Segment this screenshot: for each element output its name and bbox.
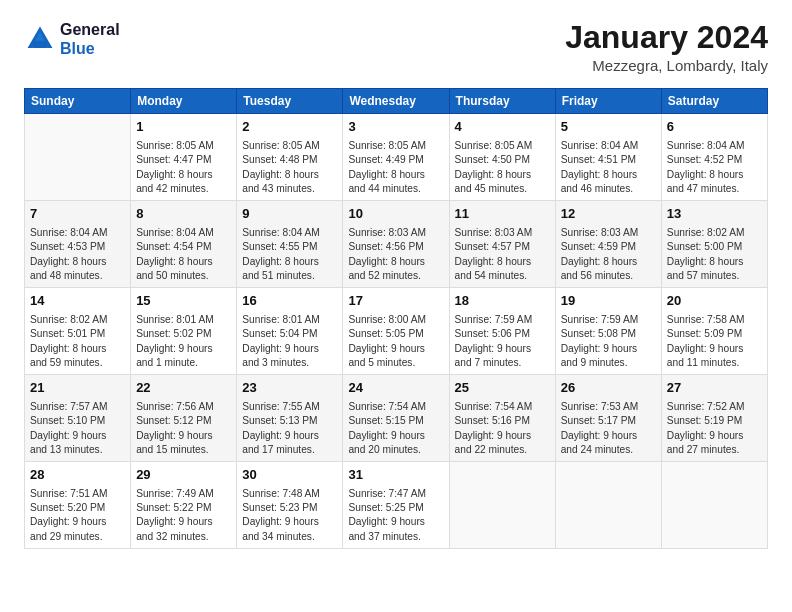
day-info: Sunrise: 8:02 AM Sunset: 5:00 PM Dayligh…	[667, 226, 762, 283]
day-info: Sunrise: 8:05 AM Sunset: 4:49 PM Dayligh…	[348, 139, 443, 196]
day-info: Sunrise: 8:04 AM Sunset: 4:51 PM Dayligh…	[561, 139, 656, 196]
table-row: 23Sunrise: 7:55 AM Sunset: 5:13 PM Dayli…	[237, 375, 343, 462]
table-row: 3Sunrise: 8:05 AM Sunset: 4:49 PM Daylig…	[343, 114, 449, 201]
table-row: 18Sunrise: 7:59 AM Sunset: 5:06 PM Dayli…	[449, 288, 555, 375]
day-number: 23	[242, 379, 337, 398]
day-number: 14	[30, 292, 125, 311]
day-number: 5	[561, 118, 656, 137]
day-number: 8	[136, 205, 231, 224]
header: General Blue January 2024 Mezzegra, Lomb…	[24, 20, 768, 74]
header-wednesday: Wednesday	[343, 89, 449, 114]
day-number: 19	[561, 292, 656, 311]
day-info: Sunrise: 8:02 AM Sunset: 5:01 PM Dayligh…	[30, 313, 125, 370]
day-info: Sunrise: 8:01 AM Sunset: 5:02 PM Dayligh…	[136, 313, 231, 370]
table-row	[555, 462, 661, 549]
table-row: 4Sunrise: 8:05 AM Sunset: 4:50 PM Daylig…	[449, 114, 555, 201]
svg-rect-2	[33, 41, 47, 48]
table-row: 7Sunrise: 8:04 AM Sunset: 4:53 PM Daylig…	[25, 201, 131, 288]
calendar-week-row: 21Sunrise: 7:57 AM Sunset: 5:10 PM Dayli…	[25, 375, 768, 462]
table-row: 29Sunrise: 7:49 AM Sunset: 5:22 PM Dayli…	[131, 462, 237, 549]
location: Mezzegra, Lombardy, Italy	[565, 57, 768, 74]
page: General Blue January 2024 Mezzegra, Lomb…	[0, 0, 792, 565]
table-row: 1Sunrise: 8:05 AM Sunset: 4:47 PM Daylig…	[131, 114, 237, 201]
header-tuesday: Tuesday	[237, 89, 343, 114]
month-title: January 2024	[565, 20, 768, 55]
table-row: 27Sunrise: 7:52 AM Sunset: 5:19 PM Dayli…	[661, 375, 767, 462]
day-info: Sunrise: 7:54 AM Sunset: 5:16 PM Dayligh…	[455, 400, 550, 457]
day-number: 17	[348, 292, 443, 311]
day-info: Sunrise: 7:53 AM Sunset: 5:17 PM Dayligh…	[561, 400, 656, 457]
day-number: 2	[242, 118, 337, 137]
day-info: Sunrise: 7:47 AM Sunset: 5:25 PM Dayligh…	[348, 487, 443, 544]
day-number: 16	[242, 292, 337, 311]
day-info: Sunrise: 8:03 AM Sunset: 4:56 PM Dayligh…	[348, 226, 443, 283]
table-row: 10Sunrise: 8:03 AM Sunset: 4:56 PM Dayli…	[343, 201, 449, 288]
day-info: Sunrise: 7:54 AM Sunset: 5:15 PM Dayligh…	[348, 400, 443, 457]
day-info: Sunrise: 8:04 AM Sunset: 4:54 PM Dayligh…	[136, 226, 231, 283]
day-info: Sunrise: 8:00 AM Sunset: 5:05 PM Dayligh…	[348, 313, 443, 370]
calendar-header-row: Sunday Monday Tuesday Wednesday Thursday…	[25, 89, 768, 114]
header-friday: Friday	[555, 89, 661, 114]
day-number: 20	[667, 292, 762, 311]
day-info: Sunrise: 8:03 AM Sunset: 4:59 PM Dayligh…	[561, 226, 656, 283]
calendar-week-row: 14Sunrise: 8:02 AM Sunset: 5:01 PM Dayli…	[25, 288, 768, 375]
day-number: 7	[30, 205, 125, 224]
table-row: 24Sunrise: 7:54 AM Sunset: 5:15 PM Dayli…	[343, 375, 449, 462]
day-number: 10	[348, 205, 443, 224]
day-number: 15	[136, 292, 231, 311]
logo-text: General Blue	[60, 20, 120, 58]
day-number: 18	[455, 292, 550, 311]
table-row: 21Sunrise: 7:57 AM Sunset: 5:10 PM Dayli…	[25, 375, 131, 462]
table-row: 28Sunrise: 7:51 AM Sunset: 5:20 PM Dayli…	[25, 462, 131, 549]
day-number: 4	[455, 118, 550, 137]
logo-icon	[24, 23, 56, 55]
table-row: 2Sunrise: 8:05 AM Sunset: 4:48 PM Daylig…	[237, 114, 343, 201]
day-number: 12	[561, 205, 656, 224]
day-number: 31	[348, 466, 443, 485]
day-info: Sunrise: 8:04 AM Sunset: 4:53 PM Dayligh…	[30, 226, 125, 283]
day-number: 28	[30, 466, 125, 485]
calendar-week-row: 7Sunrise: 8:04 AM Sunset: 4:53 PM Daylig…	[25, 201, 768, 288]
day-number: 13	[667, 205, 762, 224]
day-number: 6	[667, 118, 762, 137]
table-row: 30Sunrise: 7:48 AM Sunset: 5:23 PM Dayli…	[237, 462, 343, 549]
day-info: Sunrise: 7:59 AM Sunset: 5:08 PM Dayligh…	[561, 313, 656, 370]
table-row: 26Sunrise: 7:53 AM Sunset: 5:17 PM Dayli…	[555, 375, 661, 462]
table-row: 22Sunrise: 7:56 AM Sunset: 5:12 PM Dayli…	[131, 375, 237, 462]
day-info: Sunrise: 8:04 AM Sunset: 4:52 PM Dayligh…	[667, 139, 762, 196]
table-row: 31Sunrise: 7:47 AM Sunset: 5:25 PM Dayli…	[343, 462, 449, 549]
header-monday: Monday	[131, 89, 237, 114]
day-info: Sunrise: 8:03 AM Sunset: 4:57 PM Dayligh…	[455, 226, 550, 283]
day-info: Sunrise: 8:01 AM Sunset: 5:04 PM Dayligh…	[242, 313, 337, 370]
logo: General Blue	[24, 20, 120, 58]
title-block: January 2024 Mezzegra, Lombardy, Italy	[565, 20, 768, 74]
day-info: Sunrise: 7:55 AM Sunset: 5:13 PM Dayligh…	[242, 400, 337, 457]
day-info: Sunrise: 7:58 AM Sunset: 5:09 PM Dayligh…	[667, 313, 762, 370]
day-info: Sunrise: 8:04 AM Sunset: 4:55 PM Dayligh…	[242, 226, 337, 283]
day-number: 11	[455, 205, 550, 224]
calendar-week-row: 1Sunrise: 8:05 AM Sunset: 4:47 PM Daylig…	[25, 114, 768, 201]
table-row: 5Sunrise: 8:04 AM Sunset: 4:51 PM Daylig…	[555, 114, 661, 201]
day-number: 27	[667, 379, 762, 398]
table-row: 17Sunrise: 8:00 AM Sunset: 5:05 PM Dayli…	[343, 288, 449, 375]
day-number: 1	[136, 118, 231, 137]
day-info: Sunrise: 7:52 AM Sunset: 5:19 PM Dayligh…	[667, 400, 762, 457]
table-row: 6Sunrise: 8:04 AM Sunset: 4:52 PM Daylig…	[661, 114, 767, 201]
table-row: 8Sunrise: 8:04 AM Sunset: 4:54 PM Daylig…	[131, 201, 237, 288]
table-row: 19Sunrise: 7:59 AM Sunset: 5:08 PM Dayli…	[555, 288, 661, 375]
header-saturday: Saturday	[661, 89, 767, 114]
day-info: Sunrise: 7:51 AM Sunset: 5:20 PM Dayligh…	[30, 487, 125, 544]
day-info: Sunrise: 8:05 AM Sunset: 4:50 PM Dayligh…	[455, 139, 550, 196]
header-thursday: Thursday	[449, 89, 555, 114]
day-info: Sunrise: 7:57 AM Sunset: 5:10 PM Dayligh…	[30, 400, 125, 457]
table-row: 25Sunrise: 7:54 AM Sunset: 5:16 PM Dayli…	[449, 375, 555, 462]
table-row	[449, 462, 555, 549]
table-row: 15Sunrise: 8:01 AM Sunset: 5:02 PM Dayli…	[131, 288, 237, 375]
table-row: 13Sunrise: 8:02 AM Sunset: 5:00 PM Dayli…	[661, 201, 767, 288]
table-row: 12Sunrise: 8:03 AM Sunset: 4:59 PM Dayli…	[555, 201, 661, 288]
day-number: 3	[348, 118, 443, 137]
table-row: 16Sunrise: 8:01 AM Sunset: 5:04 PM Dayli…	[237, 288, 343, 375]
table-row: 11Sunrise: 8:03 AM Sunset: 4:57 PM Dayli…	[449, 201, 555, 288]
calendar-week-row: 28Sunrise: 7:51 AM Sunset: 5:20 PM Dayli…	[25, 462, 768, 549]
day-number: 30	[242, 466, 337, 485]
